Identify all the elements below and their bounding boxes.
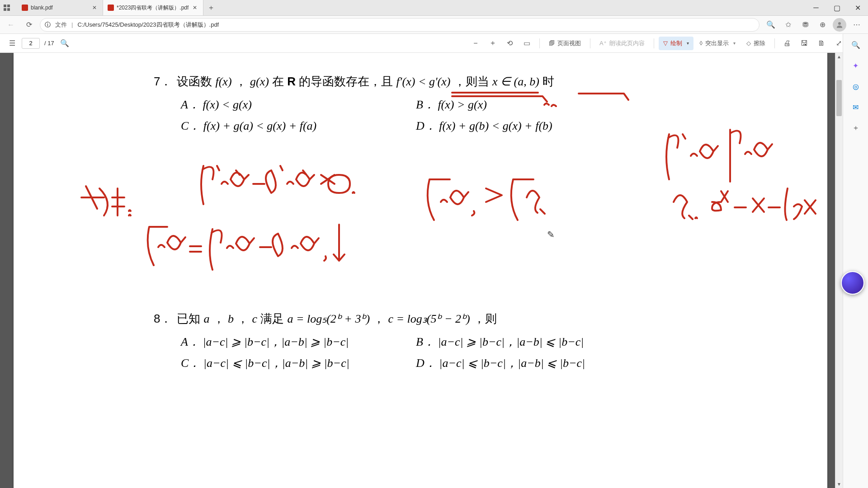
page-view-icon: 🗐 — [549, 40, 555, 47]
chevron-down-icon[interactable]: ▾ — [687, 41, 689, 46]
svg-point-4 — [838, 22, 841, 25]
minimize-button[interactable]: ─ — [806, 0, 826, 15]
pdf-page[interactable]: 7． 设函数 f(x) ， g(x) 在 R 的导函数存在，且 f′(x) < … — [14, 53, 827, 488]
tab-strip: blank.pdf ✕ *2023四省联考（讲解版）.pdf ✕ ＋ — [14, 0, 806, 15]
zoom-in-button[interactable]: ＋ — [485, 37, 500, 50]
copilot-icon[interactable]: ✦ — [848, 57, 864, 74]
option-a: A． f(x) < g(x) — [181, 94, 416, 116]
rotate-button[interactable]: ⟲ — [502, 37, 518, 50]
edge-sidebar: 🔍 ✦ ◎ ✉ ＋ — [843, 34, 868, 488]
outlook-icon[interactable]: ✉ — [848, 99, 864, 115]
vertical-scrollbar[interactable]: ▲ ▼ — [835, 53, 843, 488]
page-text-layer: 7． 设函数 f(x) ， g(x) 在 R 的导函数存在，且 f′(x) < … — [154, 71, 651, 374]
scroll-up-button[interactable]: ▲ — [835, 53, 843, 61]
add-icon[interactable]: ＋ — [848, 120, 864, 136]
chevron-down-icon[interactable]: ▾ — [733, 41, 736, 46]
pdf-icon — [22, 5, 28, 11]
question-number: 8． — [154, 308, 174, 329]
url-field[interactable]: ⓘ 文件 | C:/Users/75425/Desktop/2023四省联考（讲… — [40, 18, 760, 32]
highlight-icon: ◊ — [700, 40, 703, 47]
read-aloud-button[interactable]: A⁺ 朗读此页内容 — [595, 37, 649, 50]
pdf-toolbar: ☰ / 17 🔍 − ＋ ⟲ ▭ 🗐 页面视图 A⁺ 朗读此页内容 ▽ 绘制 ▾… — [0, 34, 868, 53]
window-controls: ─ ▢ ✕ — [806, 0, 868, 15]
svg-rect-1 — [7, 5, 10, 7]
tab-current[interactable]: *2023四省联考（讲解版）.pdf ✕ — [103, 0, 203, 15]
page-view-button[interactable]: 🗐 页面视图 — [544, 37, 585, 50]
option-d: D． f(x) + g(b) < g(x) + f(b) — [416, 116, 651, 137]
question-7: 7． 设函数 f(x) ， g(x) 在 R 的导函数存在，且 f′(x) < … — [154, 71, 651, 136]
read-aloud-icon: A⁺ — [599, 40, 607, 47]
refresh-button[interactable]: ⟳ — [22, 18, 36, 32]
page-total-label: / 17 — [44, 40, 54, 47]
page-number-input[interactable] — [22, 38, 40, 49]
tools-icon[interactable]: ◎ — [848, 78, 864, 94]
search-icon[interactable]: 🔍 — [848, 37, 864, 53]
toc-button[interactable]: ☰ — [5, 37, 20, 50]
url-separator: | — [71, 21, 73, 28]
tab-blank[interactable]: blank.pdf ✕ — [17, 0, 103, 15]
tab-title: *2023四省联考（讲解版）.pdf — [117, 4, 189, 12]
option-c: C． |a−c| ⩽ |b−c|，|a−b| ⩾ |b−c| — [181, 353, 416, 374]
address-bar: ← ⟳ ⓘ 文件 | C:/Users/75425/Desktop/2023四省… — [0, 16, 868, 34]
back-button[interactable]: ← — [4, 18, 18, 32]
scroll-down-button[interactable]: ▼ — [835, 480, 843, 488]
close-window-button[interactable]: ✕ — [847, 0, 868, 15]
page-view-label: 页面视图 — [557, 39, 581, 47]
more-icon[interactable]: ⋯ — [849, 17, 864, 33]
option-a: A． |a−c| ⩾ |b−c|，|a−b| ⩾ |b−c| — [181, 332, 416, 353]
erase-button[interactable]: ◇ 擦除 — [742, 37, 770, 50]
svg-rect-3 — [7, 8, 10, 11]
svg-rect-2 — [4, 8, 6, 11]
pen-cursor-icon: ✎ — [547, 229, 555, 240]
pdf-icon — [108, 5, 114, 11]
document-viewport[interactable]: 7． 设函数 f(x) ， g(x) 在 R 的导函数存在，且 f′(x) < … — [0, 53, 843, 488]
highlight-label: 突出显示 — [705, 39, 729, 47]
draw-button[interactable]: ▽ 绘制 ▾ — [659, 37, 693, 50]
address-actions: 🔍 ✩ ⛃ ⊕ ⋯ — [763, 17, 864, 33]
zoom-out-button[interactable]: − — [468, 37, 483, 50]
tab-actions-icon[interactable] — [0, 0, 14, 15]
close-icon[interactable]: ✕ — [191, 4, 198, 11]
read-aloud-label: 朗读此页内容 — [609, 39, 645, 47]
save-as-button[interactable]: 🗎 — [814, 37, 829, 50]
favorite-icon[interactable]: ✩ — [780, 17, 796, 33]
save-button[interactable]: 🖫 — [797, 37, 812, 50]
collections-icon[interactable]: ⊕ — [815, 17, 830, 33]
info-icon[interactable]: ⓘ — [45, 21, 51, 29]
maximize-button[interactable]: ▢ — [826, 0, 847, 15]
fit-page-button[interactable]: ▭ — [519, 37, 535, 50]
question-8: 8． 已知 a ， b ， c 满足 a = log₅(2ᵇ + 3ᵇ) ， c… — [154, 308, 651, 374]
erase-icon: ◇ — [746, 40, 751, 47]
option-c: C． f(x) + g(a) < g(x) + f(a) — [181, 116, 416, 137]
profile-avatar[interactable] — [832, 17, 847, 33]
titlebar: blank.pdf ✕ *2023四省联考（讲解版）.pdf ✕ ＋ ─ ▢ ✕ — [0, 0, 868, 16]
svg-rect-0 — [4, 5, 6, 7]
question-number: 7． — [154, 71, 174, 92]
url-path: C:/Users/75425/Desktop/2023四省联考（讲解版）.pdf — [77, 21, 219, 29]
draw-label: 绘制 — [670, 39, 682, 47]
scroll-thumb[interactable] — [836, 80, 842, 116]
option-b: B． f(x) > g(x) — [416, 94, 651, 116]
print-button[interactable]: 🖨 — [779, 37, 795, 50]
find-button[interactable]: 🔍 — [57, 37, 72, 50]
close-icon[interactable]: ✕ — [91, 4, 98, 11]
erase-label: 擦除 — [754, 39, 765, 47]
option-b: B． |a−c| ⩾ |b−c|，|a−b| ⩽ |b−c| — [416, 332, 651, 353]
highlight-button[interactable]: ◊ 突出显示 ▾ — [695, 37, 740, 50]
floating-assistant-widget[interactable] — [841, 271, 864, 295]
zoom-icon[interactable]: 🔍 — [763, 17, 778, 33]
tab-title: blank.pdf — [31, 5, 88, 11]
new-tab-button[interactable]: ＋ — [203, 0, 219, 15]
favorites-bar-icon[interactable]: ⛃ — [797, 17, 813, 33]
draw-icon: ▽ — [663, 40, 668, 47]
option-d: D． |a−c| ⩽ |b−c|，|a−b| ⩽ |b−c| — [416, 353, 651, 374]
url-scheme-label: 文件 — [55, 21, 67, 29]
